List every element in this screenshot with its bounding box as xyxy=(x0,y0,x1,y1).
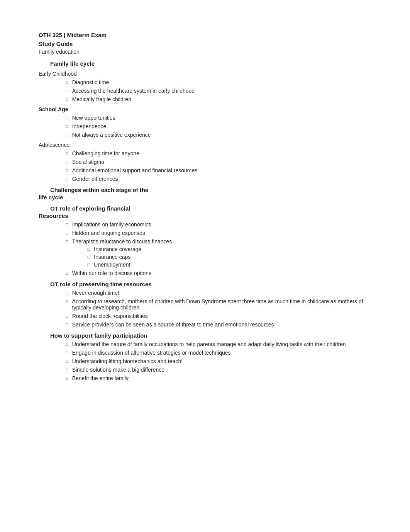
list-item: Accessing the healthcare system in early… xyxy=(66,88,371,94)
support-list: Understand the nature of family occupati… xyxy=(66,341,371,381)
list-item: Challenging time for anyone xyxy=(66,150,371,156)
list-item: Service providers can be seen as a sourc… xyxy=(66,321,371,328)
list-item: Understand the nature of family occupati… xyxy=(66,341,371,347)
ot-time-heading: OT role of preserving time resources xyxy=(50,281,371,287)
list-item: Round the clock responsibilities xyxy=(66,313,371,319)
adolescence-heading: Adolescence xyxy=(39,142,371,148)
page-header: OTH 325 | Midterm Exam Study Guide Famil… xyxy=(39,31,371,55)
list-item-therapist: Therapist's reluctance to discuss financ… xyxy=(66,238,371,268)
list-item: Hidden and ongoing expenses xyxy=(66,230,371,236)
adolescence-list: Challenging time for anyone Social stigm… xyxy=(66,150,371,182)
support-heading: How to support family participation xyxy=(50,332,371,339)
list-item: Implications on family economics xyxy=(66,221,371,228)
sublist-item: Unemployment xyxy=(88,262,172,268)
sublist-item: Insurance coverage xyxy=(88,246,172,252)
list-item: Independence xyxy=(66,123,371,129)
ot-financial-heading-line1: OT role of exploring financial xyxy=(50,205,371,212)
school-age-heading: School Age xyxy=(39,106,371,112)
early-childhood-heading: Early Childhood xyxy=(39,71,371,77)
list-item: Never enough time! xyxy=(66,290,371,296)
school-age-list: New opportunities Independence Not alway… xyxy=(66,115,371,138)
course-title: OTH 325 | Midterm Exam xyxy=(39,31,371,40)
sublist-item: Insurance caps xyxy=(88,254,172,260)
ot-financial-list: Implications on family economics Hidden … xyxy=(66,221,371,276)
list-item: Engage in discussion of alternative stra… xyxy=(66,350,371,356)
list-item: Understanding lifting biomechanics and t… xyxy=(66,358,371,364)
list-item: Simple solutions make a big difference xyxy=(66,367,371,373)
challenges-heading-line2: life cycle xyxy=(39,194,371,201)
early-childhood-list: Diagnostic time Accessing the healthcare… xyxy=(66,79,371,102)
ot-time-list: Never enough time! According to research… xyxy=(66,290,371,328)
list-item: Not always a positive experience xyxy=(66,132,371,138)
list-item: Social stigma xyxy=(66,159,371,165)
challenges-heading-line1: Challenges within each stage of the xyxy=(50,187,371,193)
section-title: Family education xyxy=(39,49,371,55)
list-item: Within our role to discuss options xyxy=(66,270,371,276)
exam-title: Study Guide xyxy=(39,40,371,48)
family-life-cycle-heading: Family life cycle xyxy=(50,60,371,67)
list-item: New opportunities xyxy=(66,115,371,121)
list-item: Medically fragile children xyxy=(66,96,371,102)
list-item: Additional emotional support and financi… xyxy=(66,167,371,173)
therapist-subitems: Insurance coverage Insurance caps Unempl… xyxy=(88,246,172,268)
list-item: Benefit the entire family xyxy=(66,375,371,381)
list-item: Diagnostic time xyxy=(66,79,371,85)
list-item: Gender differences xyxy=(66,176,371,182)
ot-financial-heading-line2: Resources xyxy=(39,212,371,219)
list-item: According to research, mothers of childr… xyxy=(66,298,371,311)
